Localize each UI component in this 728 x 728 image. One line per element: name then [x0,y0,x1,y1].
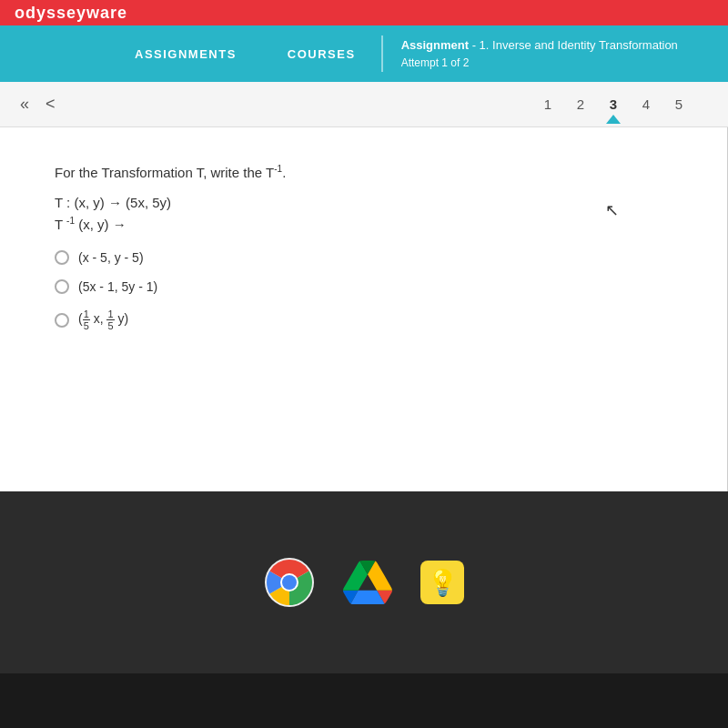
option-3[interactable]: (15 x, 15 y) [55,308,673,331]
option-2-text: (5x - 1, 5y - 1) [78,279,157,294]
option-2[interactable]: (5x - 1, 5y - 1) [55,279,673,294]
transform-T: T : (x, y) → (5x, 5y) [55,195,673,210]
pagination-nav: « < [15,93,61,116]
assignment-name: - 1. Inverse and Identity Transformation [472,38,678,52]
page-1[interactable]: 1 [531,82,564,127]
fraction-1: 15 [83,308,90,331]
transform-T-inv: T -1 (x, y) → [55,216,673,232]
brand-bar: odysseyware [0,0,728,25]
nav-assignments[interactable]: ASSIGNMENTS [109,25,262,82]
radio-3[interactable] [55,313,69,328]
page-5[interactable]: 5 [662,82,695,127]
attempt-text: Attempt 1 of 2 [401,55,678,71]
option-1[interactable]: (x - 5, y - 5) [55,250,673,265]
pagination-bar: « < 1 2 3 4 5 [0,82,728,127]
chrome-svg [265,558,314,607]
answer-options: (x - 5, y - 5) (5x - 1, 5y - 1) (15 x, 1… [55,250,673,331]
option-3-text: (15 x, 15 y) [78,308,128,331]
assignment-label: Assignment [401,38,469,52]
svg-point-2 [282,575,297,590]
brand-name: odysseyware [15,4,127,23]
nav-bar: ASSIGNMENTS COURSES Assignment - 1. Inve… [0,25,728,82]
main-content: ↖ For the Transformation T, write the T-… [0,127,728,491]
page-4[interactable]: 4 [630,82,662,127]
page-numbers: 1 2 3 4 5 [531,82,695,127]
page-3-active[interactable]: 3 [597,82,630,127]
chrome-icon[interactable] [264,557,315,608]
nav-links: ASSIGNMENTS COURSES Assignment - 1. Inve… [109,25,696,82]
radio-2[interactable] [55,279,69,294]
drive-icon[interactable] [342,557,393,608]
question-instruction: For the Transformation T, write the T-1. [55,164,673,180]
back-double-button[interactable]: « [15,93,35,116]
taskbar: 💡 [0,491,728,673]
drive-svg [343,558,392,607]
bulb-icon[interactable]: 💡 [420,561,464,604]
page-2[interactable]: 2 [564,82,597,127]
option-1-text: (x - 5, y - 5) [78,250,144,265]
fraction-2: 15 [106,308,114,331]
back-single-button[interactable]: < [40,93,61,116]
radio-1[interactable] [55,250,69,265]
nav-courses[interactable]: COURSES [262,25,381,82]
nav-assignment-info: Assignment - 1. Inverse and Identity Tra… [383,36,696,71]
